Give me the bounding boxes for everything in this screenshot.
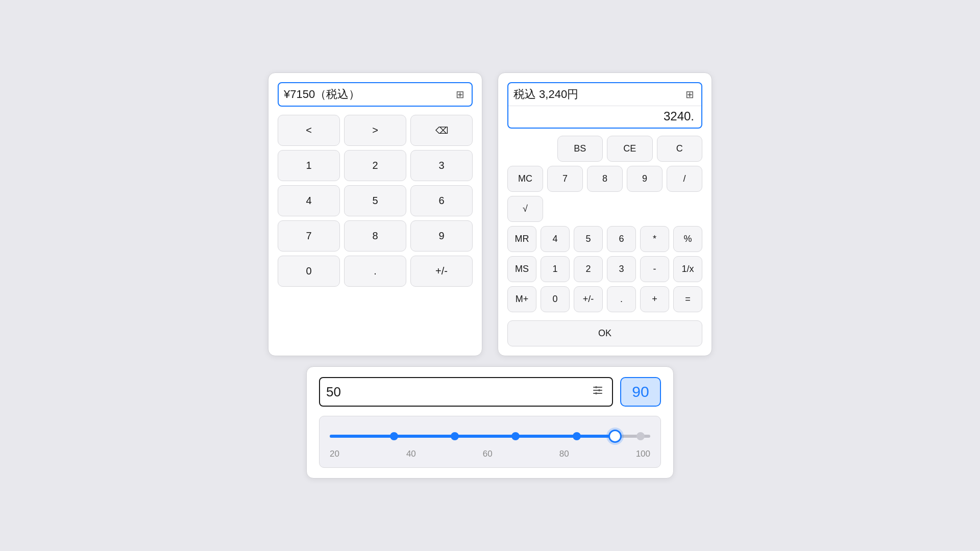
left-calculator: ⊞ < > ⌫ 1 2 3 4 5 6 7 8 9 0 bbox=[268, 72, 482, 356]
right-btn-divide[interactable]: / bbox=[667, 166, 702, 192]
right-row-4: MS 1 2 3 - 1/x bbox=[507, 256, 702, 282]
right-btn-mplus[interactable]: M+ bbox=[507, 286, 536, 312]
left-btn-right-arrow[interactable]: > bbox=[344, 115, 406, 146]
right-btn-reciprocal[interactable]: 1/x bbox=[673, 256, 702, 282]
right-btn-dot[interactable]: . bbox=[607, 286, 636, 312]
left-btn-8[interactable]: 8 bbox=[344, 220, 406, 252]
right-btn-mc[interactable]: MC bbox=[507, 166, 543, 192]
main-container: ⊞ < > ⌫ 1 2 3 4 5 6 7 8 9 0 bbox=[260, 72, 720, 479]
right-row-2: MC 7 8 9 / √ bbox=[507, 166, 702, 222]
slider-label-20: 20 bbox=[330, 449, 339, 459]
right-btn-minus[interactable]: - bbox=[640, 256, 669, 282]
right-display-number: 3240. bbox=[508, 106, 701, 128]
slider-label-100: 100 bbox=[636, 449, 650, 459]
right-btn-ce[interactable]: CE bbox=[607, 136, 653, 162]
slider-tick-60[interactable] bbox=[511, 432, 520, 440]
slider-tick-100[interactable] bbox=[636, 432, 645, 440]
left-calc-grid: < > ⌫ 1 2 3 4 5 6 7 8 9 0 . +/- bbox=[278, 115, 473, 287]
right-calc-icon[interactable]: ⊞ bbox=[683, 86, 696, 103]
slider-top-row: 90 bbox=[319, 377, 661, 407]
right-btn-7[interactable]: 7 bbox=[547, 166, 583, 192]
slider-panel: 90 20 40 bbox=[306, 366, 674, 479]
left-btn-5[interactable]: 5 bbox=[344, 185, 406, 216]
right-btn-equals[interactable]: = bbox=[673, 286, 702, 312]
slider-thumb[interactable] bbox=[608, 430, 622, 443]
left-btn-2[interactable]: 2 bbox=[344, 150, 406, 181]
right-btn-ok[interactable]: OK bbox=[507, 320, 702, 346]
slider-input-box bbox=[319, 377, 613, 407]
left-btn-dot[interactable]: . bbox=[344, 256, 406, 287]
left-display-input[interactable] bbox=[284, 88, 454, 101]
right-display: ⊞ 3240. bbox=[507, 82, 702, 129]
left-display-row: ⊞ bbox=[278, 82, 473, 107]
svg-point-4 bbox=[598, 389, 600, 391]
slider-track-area: 20 40 60 80 100 bbox=[319, 416, 661, 468]
svg-point-5 bbox=[595, 392, 597, 394]
left-btn-6[interactable]: 6 bbox=[410, 185, 473, 216]
right-empty-1 bbox=[507, 136, 553, 162]
right-btn-multiply[interactable]: * bbox=[640, 226, 669, 252]
top-row: ⊞ < > ⌫ 1 2 3 4 5 6 7 8 9 0 bbox=[268, 72, 712, 356]
slider-label-40: 40 bbox=[406, 449, 416, 459]
left-btn-backspace[interactable]: ⌫ bbox=[410, 115, 473, 146]
right-btn-0[interactable]: 0 bbox=[541, 286, 570, 312]
right-btn-1[interactable]: 1 bbox=[541, 256, 570, 282]
slider-label-80: 80 bbox=[559, 449, 569, 459]
slider-labels: 20 40 60 80 100 bbox=[330, 449, 650, 459]
left-btn-0[interactable]: 0 bbox=[278, 256, 340, 287]
right-btn-plus[interactable]: + bbox=[640, 286, 669, 312]
right-calculator: ⊞ 3240. BS CE C MC 7 8 9 / bbox=[498, 72, 712, 356]
right-btn-9[interactable]: 9 bbox=[627, 166, 663, 192]
right-btn-2[interactable]: 2 bbox=[574, 256, 603, 282]
left-btn-7[interactable]: 7 bbox=[278, 220, 340, 252]
left-btn-1[interactable]: 1 bbox=[278, 150, 340, 181]
right-display-top: ⊞ bbox=[508, 83, 701, 106]
left-btn-left-arrow[interactable]: < bbox=[278, 115, 340, 146]
right-btn-5[interactable]: 5 bbox=[574, 226, 603, 252]
right-row-3: MR 4 5 6 * % bbox=[507, 226, 702, 252]
right-calc-grid: BS CE C MC 7 8 9 / √ MR 4 5 bbox=[507, 136, 702, 346]
left-btn-9[interactable]: 9 bbox=[410, 220, 473, 252]
slider-value-badge: 90 bbox=[620, 377, 661, 407]
slider-tick-80[interactable] bbox=[573, 432, 581, 440]
right-display-input[interactable] bbox=[513, 88, 683, 101]
slider-settings-icon[interactable] bbox=[590, 382, 606, 402]
right-btn-plusminus[interactable]: +/- bbox=[574, 286, 603, 312]
slider-tick-40[interactable] bbox=[451, 432, 459, 440]
right-btn-6[interactable]: 6 bbox=[607, 226, 636, 252]
right-btn-8[interactable]: 8 bbox=[587, 166, 623, 192]
right-btn-3[interactable]: 3 bbox=[607, 256, 636, 282]
right-btn-sqrt[interactable]: √ bbox=[507, 196, 543, 222]
right-btn-4[interactable]: 4 bbox=[541, 226, 570, 252]
left-btn-3[interactable]: 3 bbox=[410, 150, 473, 181]
slider-track-wrapper[interactable] bbox=[330, 429, 650, 444]
right-btn-percent[interactable]: % bbox=[673, 226, 702, 252]
right-btn-bs[interactable]: BS bbox=[557, 136, 603, 162]
left-btn-plusminus[interactable]: +/- bbox=[410, 256, 473, 287]
svg-point-3 bbox=[595, 386, 597, 388]
left-btn-4[interactable]: 4 bbox=[278, 185, 340, 216]
left-calc-icon[interactable]: ⊞ bbox=[454, 86, 467, 103]
right-row-5: M+ 0 +/- . + = bbox=[507, 286, 702, 312]
slider-text-input[interactable] bbox=[326, 384, 590, 400]
right-row-1: BS CE C bbox=[507, 136, 702, 162]
slider-label-60: 60 bbox=[483, 449, 493, 459]
right-btn-mr[interactable]: MR bbox=[507, 226, 536, 252]
right-btn-c[interactable]: C bbox=[657, 136, 703, 162]
right-btn-ms[interactable]: MS bbox=[507, 256, 536, 282]
slider-tick-20[interactable] bbox=[390, 432, 398, 440]
